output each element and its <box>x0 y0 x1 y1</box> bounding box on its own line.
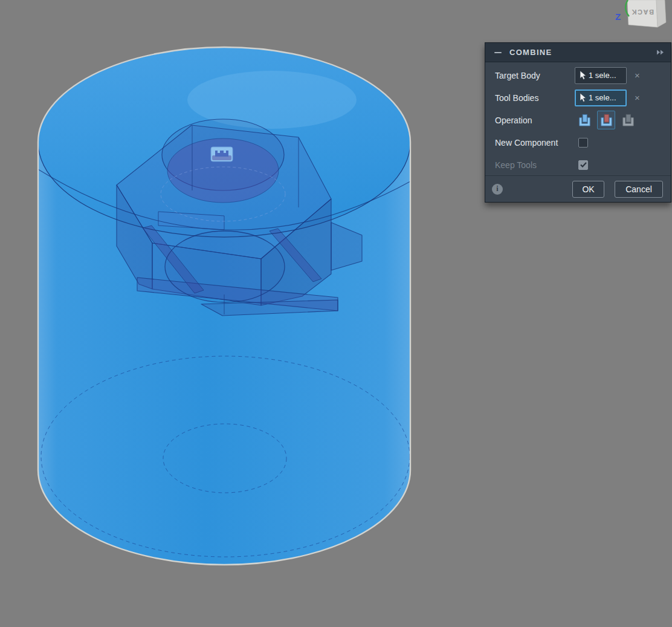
tool-bodies-selection-button[interactable]: 1 sele... <box>575 89 627 106</box>
cursor-icon <box>578 93 587 103</box>
cancel-button[interactable]: Cancel <box>615 181 663 198</box>
view-cube-body: BACK <box>627 0 666 27</box>
dialog-title: COMBINE <box>509 48 552 57</box>
target-body-selection-value: 1 sele... <box>589 71 616 80</box>
target-body-row: Target Body 1 sele... × <box>485 64 671 86</box>
new-component-checkbox[interactable] <box>578 138 588 148</box>
new-component-row: New Component <box>485 131 671 154</box>
keep-tools-checkbox[interactable] <box>578 160 588 170</box>
dialog-footer: i OK Cancel <box>485 175 671 202</box>
target-body-label: Target Body <box>495 71 575 80</box>
tool-bodies-label: Tool Bodies <box>495 93 575 103</box>
combine-dialog-header[interactable]: COMBINE <box>485 43 671 62</box>
keep-tools-label: Keep Tools <box>495 160 575 170</box>
ok-button[interactable]: OK <box>572 181 604 198</box>
keep-tools-row: Keep Tools <box>485 154 671 176</box>
double-chevron-right-icon[interactable] <box>655 48 666 56</box>
cut-operation-icon[interactable] <box>597 111 615 129</box>
info-icon[interactable]: i <box>492 184 503 195</box>
target-body-selection-button[interactable]: 1 sele... <box>575 67 627 84</box>
tool-bodies-row: Tool Bodies 1 sele... × <box>485 86 671 109</box>
new-component-label: New Component <box>495 138 575 148</box>
tool-bodies-clear-icon[interactable]: × <box>635 93 640 102</box>
join-operation-icon[interactable] <box>576 112 593 129</box>
application-viewport: BACK Z COMBINE Target Body <box>0 0 672 627</box>
checkmark-icon <box>580 162 587 167</box>
operation-row: Operation <box>485 109 671 131</box>
operation-label: Operation <box>495 115 575 125</box>
combine-dialog: COMBINE Target Body 1 sele... × <box>485 42 671 203</box>
slot-profile-glyph <box>211 147 233 161</box>
target-body-clear-icon[interactable]: × <box>635 71 640 80</box>
collapse-icon[interactable] <box>494 48 502 57</box>
intersect-operation-icon[interactable] <box>619 112 636 129</box>
cursor-icon <box>578 70 587 80</box>
z-axis-label: Z <box>615 11 621 22</box>
tool-bodies-selection-value: 1 sele... <box>589 93 616 102</box>
view-cube[interactable]: BACK Z <box>606 0 672 37</box>
view-cube-back-face-label[interactable]: BACK <box>631 8 654 16</box>
